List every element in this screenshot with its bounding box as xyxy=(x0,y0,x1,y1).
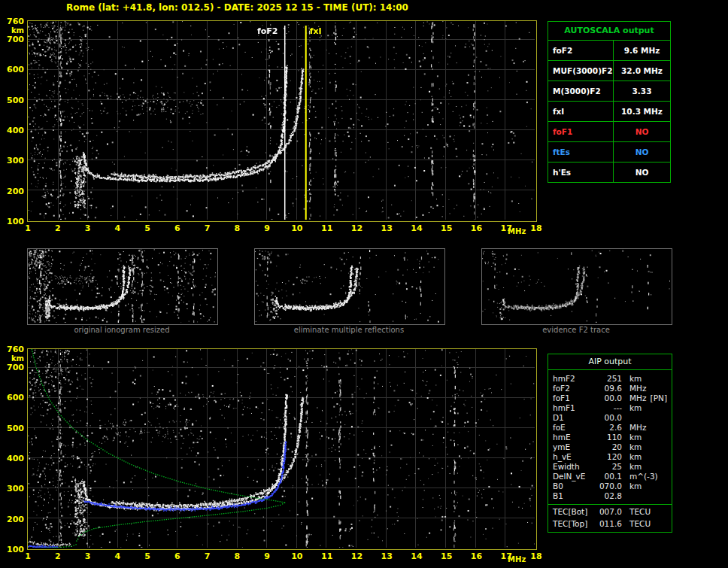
param-note: [PN] xyxy=(651,393,667,403)
top-ionogram-panel: 760700600500400300200100km12345678910111… xyxy=(27,20,537,222)
param-label: foF1 xyxy=(548,122,614,141)
y-axis-tick: 400 xyxy=(2,454,24,463)
y-axis-unit-label: km xyxy=(2,26,24,35)
x-axis-tick: 7 xyxy=(200,551,215,561)
y-axis-tick: 760 xyxy=(2,345,24,354)
y-axis-tick: 760 xyxy=(2,17,24,26)
param-value: 9.6 MHz xyxy=(614,41,670,60)
param-value: 00.0 xyxy=(596,413,622,423)
param-name: B1 xyxy=(553,491,596,501)
table-row: Ewidth25km xyxy=(548,462,672,472)
x-axis-tick: 1 xyxy=(20,551,35,561)
param-label: fxI xyxy=(548,102,614,121)
x-axis-tick: 7 xyxy=(200,223,215,233)
param-name: hmF2 xyxy=(553,374,596,384)
x-axis-unit-label: MHz xyxy=(506,227,527,235)
param-unit: km xyxy=(622,442,642,452)
y-axis-tick: 500 xyxy=(2,96,24,105)
y-axis-tick: 700 xyxy=(2,35,24,44)
table-row: foF1 NO xyxy=(548,122,670,142)
autoscala-table-header: AUTOSCALA output xyxy=(548,22,670,41)
y-axis-tick: 500 xyxy=(2,424,24,433)
y-axis-unit-label: km xyxy=(2,354,24,363)
param-unit: m^(-3) xyxy=(622,472,658,481)
x-axis-tick: 8 xyxy=(229,223,244,233)
y-axis-tick: 200 xyxy=(2,515,24,524)
table-row: foF100.0MHz[PN] xyxy=(548,393,672,403)
x-axis-tick: 11 xyxy=(320,223,335,233)
x-axis-tick: 18 xyxy=(529,223,544,233)
x-axis-tick: 14 xyxy=(409,551,424,561)
param-name: h_vE xyxy=(553,452,596,462)
table-row: foF209.6MHz xyxy=(548,384,672,393)
param-value: 011.6 xyxy=(596,519,622,529)
x-axis-tick: 2 xyxy=(50,551,65,561)
table-row: hmF2251km xyxy=(548,374,672,384)
param-name: hmE xyxy=(553,433,596,442)
x-axis-tick: 14 xyxy=(409,223,424,233)
x-axis-tick: 2 xyxy=(50,223,65,233)
x-axis-tick: 18 xyxy=(529,551,544,561)
table-row: ymE20km xyxy=(548,442,672,452)
thumbnail-multiple-reflections-removed xyxy=(254,248,445,325)
x-axis-tick: 12 xyxy=(349,551,364,561)
param-value: NO xyxy=(614,163,670,182)
x-axis-tick: 17 xyxy=(499,223,514,233)
table-row: h_vE120km xyxy=(548,452,672,462)
param-unit xyxy=(622,491,629,501)
param-value: 00.1 xyxy=(596,472,622,481)
param-name: TEC[Bot] xyxy=(553,507,596,519)
param-name: B0 xyxy=(553,481,596,491)
param-value: --- xyxy=(596,403,622,413)
table-row: hmE110km xyxy=(548,433,672,442)
param-value: 20 xyxy=(596,442,622,452)
table-row: foE2.6MHz xyxy=(548,423,672,433)
thumbnail-caption: eliminate multiple reflections xyxy=(254,326,444,334)
y-axis-tick: 300 xyxy=(2,156,24,166)
thumbnail-canvas xyxy=(28,249,216,323)
param-value: NO xyxy=(614,142,670,162)
x-axis-tick: 11 xyxy=(320,551,335,561)
x-axis-tick: 4 xyxy=(110,223,125,233)
param-value: 25 xyxy=(596,462,622,472)
param-unit: km xyxy=(622,452,642,462)
table-row: D100.0 xyxy=(548,413,672,423)
autoscala-output-table: AUTOSCALA output foF2 9.6 MHz MUF(3000)F… xyxy=(548,21,671,183)
x-axis-tick: 1 xyxy=(20,223,35,233)
table-row: hmF1---km xyxy=(548,403,672,413)
aip-table-header: AIP output xyxy=(548,354,672,370)
y-axis-tick: 200 xyxy=(2,187,24,196)
param-name: foF1 xyxy=(553,393,596,403)
y-axis-tick: 600 xyxy=(2,393,24,402)
table-row: TEC[Top]011.6TECU xyxy=(548,519,672,529)
param-name: Ewidth xyxy=(553,462,596,472)
param-value: 120 xyxy=(596,452,622,462)
y-axis-tick: 600 xyxy=(2,65,24,74)
thumbnail-original-ionogram xyxy=(27,248,218,325)
thumbnail-caption: evidence F2 trace xyxy=(481,326,671,334)
x-axis-tick: 8 xyxy=(229,551,244,561)
param-label: MUF(3000)F2 xyxy=(548,61,614,80)
param-value: 251 xyxy=(596,374,622,384)
param-label: foF2 xyxy=(548,41,614,60)
x-axis-tick: 3 xyxy=(80,551,96,561)
x-axis-tick: 15 xyxy=(439,551,454,561)
x-axis-tick: 17 xyxy=(499,551,514,561)
bottom-ionogram-canvas xyxy=(28,349,535,548)
y-axis-tick: 700 xyxy=(2,363,24,372)
param-value: 10.3 MHz xyxy=(614,102,670,121)
param-value: NO xyxy=(614,122,670,141)
x-axis-tick: 16 xyxy=(469,223,484,233)
aip-output-table: AIP output hmF2251km foF209.6MHz foF100.… xyxy=(548,354,672,533)
x-axis-tick: 3 xyxy=(80,223,96,233)
param-name: hmF1 xyxy=(553,403,596,413)
x-axis-tick: 16 xyxy=(469,551,484,561)
param-unit: km xyxy=(622,403,642,413)
param-name: ymE xyxy=(553,442,596,452)
param-name: DelN_vE xyxy=(553,472,596,481)
table-row: ftEs NO xyxy=(548,142,670,163)
x-axis-tick: 9 xyxy=(259,551,275,561)
table-row: DelN_vE00.1m^(-3) xyxy=(548,472,672,481)
x-axis-tick: 6 xyxy=(170,551,185,561)
y-axis-tick: 100 xyxy=(2,545,24,554)
